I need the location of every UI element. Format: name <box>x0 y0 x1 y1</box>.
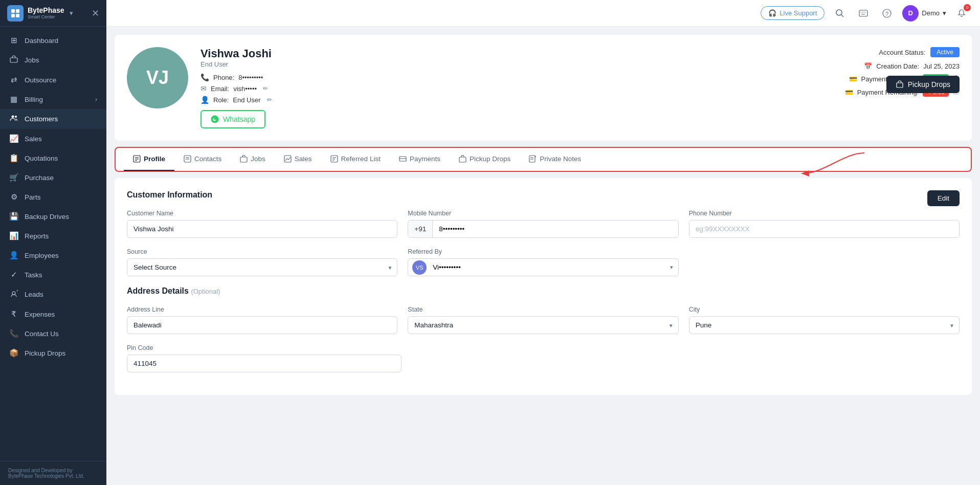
contact-us-icon: 📞 <box>9 329 18 338</box>
svg-line-8 <box>17 290 18 291</box>
tab-notes-icon <box>529 155 537 163</box>
tab-referred-icon <box>330 155 338 163</box>
referred-by-input[interactable] <box>431 259 664 276</box>
sidebar-item-label: Backup Drives <box>25 213 97 221</box>
help-button[interactable]: ? <box>879 5 895 21</box>
tab-sales[interactable]: Sales <box>275 148 321 171</box>
search-button[interactable] <box>832 5 848 21</box>
profile-email-row: ✉ Email: vish••••• ✏ <box>201 84 753 93</box>
tab-private-notes-label: Private Notes <box>540 155 581 163</box>
city-select[interactable]: Pune <box>689 316 960 334</box>
live-support-label: Live Support <box>779 9 817 17</box>
payment-remaining-icon: 💳 <box>845 89 853 96</box>
city-label: City <box>689 306 960 313</box>
address-line-input[interactable] <box>127 316 397 334</box>
sidebar-footer-text: Designed and Developed by BytePhase Tech… <box>8 468 84 479</box>
tab-contacts-icon <box>184 155 191 163</box>
tab-referred-list[interactable]: Referred List <box>321 148 390 171</box>
sales-icon: 📈 <box>9 134 18 143</box>
empty-group <box>689 248 960 276</box>
source-select[interactable]: Select Source <box>127 258 397 276</box>
svg-rect-20 <box>897 83 903 87</box>
user-menu[interactable]: D Demo ▾ <box>902 5 946 21</box>
tab-profile[interactable]: Profile <box>124 148 174 171</box>
pin-code-input[interactable] <box>127 355 402 372</box>
brand-chevron-icon[interactable]: ▾ <box>70 9 73 17</box>
purchase-icon: 🛒 <box>9 173 18 182</box>
email-label: Email: <box>211 85 229 93</box>
sidebar-item-sales[interactable]: 📈 Sales <box>0 129 106 148</box>
calendar-icon: 📅 <box>864 62 872 70</box>
sidebar-item-reports[interactable]: 📊 Reports <box>0 226 106 246</box>
svg-rect-4 <box>10 58 17 62</box>
address-optional-text: (Optional) <box>191 288 220 295</box>
sidebar-nav: ⊞ Dashboard Jobs ⇄ Outsource ▦ Billing ›… <box>0 27 106 461</box>
sidebar-item-employees[interactable]: 👤 Employees <box>0 246 106 265</box>
tab-payments[interactable]: Payments <box>390 148 450 171</box>
svg-rect-3 <box>16 14 19 17</box>
sidebar-item-parts[interactable]: ⚙ Parts <box>0 187 106 207</box>
pickup-drops-button[interactable]: Pickup Drops <box>886 76 960 93</box>
edit-email-icon[interactable]: ✏ <box>263 85 268 92</box>
svg-rect-11 <box>859 10 867 16</box>
mobile-prefix: +91 <box>408 221 433 237</box>
creation-date-value: Jul 25, 2023 <box>923 62 960 70</box>
mobile-number-input[interactable] <box>433 221 678 237</box>
sidebar-item-tasks[interactable]: ✓ Tasks <box>0 265 106 284</box>
sidebar-item-leads[interactable]: Leads <box>0 284 106 304</box>
customer-name-input[interactable] <box>127 220 397 238</box>
sidebar-item-dashboard[interactable]: ⊞ Dashboard <box>0 31 106 50</box>
tasks-icon: ✓ <box>9 270 18 279</box>
address-title-text: Address Details <box>127 286 189 295</box>
form-row-4: Pin Code <box>127 344 960 372</box>
sidebar-item-jobs[interactable]: Jobs <box>0 50 106 70</box>
svg-rect-28 <box>240 157 247 162</box>
edit-button[interactable]: Edit <box>927 190 960 206</box>
sidebar-item-billing[interactable]: ▦ Billing › <box>0 90 106 109</box>
whatsapp-button[interactable]: Whatsapp <box>201 110 265 128</box>
creation-date-row: 📅 Creation Date: Jul 25, 2023 <box>765 62 960 70</box>
address-line-label: Address Line <box>127 306 397 313</box>
profile-phone-row: 📞 Phone: 8••••••••• <box>201 73 753 81</box>
tab-private-notes[interactable]: Private Notes <box>520 148 590 171</box>
notifications-button[interactable]: 0 <box>953 5 970 21</box>
live-support-button[interactable]: 🎧 Live Support <box>761 6 825 20</box>
state-select[interactable]: Maharashtra <box>408 316 678 334</box>
account-status-badge: Active <box>930 47 960 57</box>
edit-role-icon[interactable]: ✏ <box>267 96 272 103</box>
pin-code-label: Pin Code <box>127 344 402 351</box>
phone-label: Phone: <box>213 74 234 81</box>
profile-name: Vishwa Joshi <box>201 47 753 60</box>
phone-number-label: Phone Number <box>689 210 960 217</box>
sidebar-item-expenses[interactable]: ₹ Expenses <box>0 304 106 324</box>
phone-number-group: Phone Number <box>689 210 960 238</box>
svg-line-10 <box>841 15 843 17</box>
logo-icon <box>7 5 24 21</box>
sidebar-item-label: Contact Us <box>25 330 97 338</box>
phone-number-input[interactable] <box>689 220 960 238</box>
brand-logo: BytePhase Smart Center ▾ <box>7 5 73 21</box>
sidebar-item-backup-drives[interactable]: 💾 Backup Drives <box>0 207 106 226</box>
sidebar-item-quotations[interactable]: 📋 Quotations <box>0 148 106 168</box>
sidebar-item-customers[interactable]: Customers <box>0 109 106 129</box>
state-label: State <box>408 306 678 313</box>
pin-code-group: Pin Code <box>127 344 402 372</box>
sidebar-item-label: Dashboard <box>25 37 97 45</box>
referred-by-avatar: VS <box>412 260 427 275</box>
keyboard-button[interactable] <box>855 5 872 21</box>
parts-icon: ⚙ <box>9 192 18 202</box>
sidebar-item-purchase[interactable]: 🛒 Purchase <box>0 168 106 187</box>
user-chevron-icon: ▾ <box>943 9 946 17</box>
form-row-3: Address Line State Maharashtra City <box>127 306 960 334</box>
sidebar-item-outsource[interactable]: ⇄ Outsource <box>0 70 106 90</box>
tab-pickup-drops[interactable]: Pickup Drops <box>450 148 520 171</box>
customers-icon <box>9 114 18 124</box>
mobile-input-group: +91 <box>408 220 678 238</box>
sidebar-item-pickup-drops[interactable]: 📦 Pickup Drops <box>0 343 106 363</box>
tab-jobs[interactable]: Jobs <box>231 148 275 171</box>
leads-icon <box>9 290 18 299</box>
sidebar-item-contact-us[interactable]: 📞 Contact Us <box>0 324 106 343</box>
tab-contacts[interactable]: Contacts <box>174 148 231 171</box>
sidebar-close-icon[interactable]: ✕ <box>92 8 99 19</box>
sidebar-item-label: Tasks <box>25 271 97 279</box>
